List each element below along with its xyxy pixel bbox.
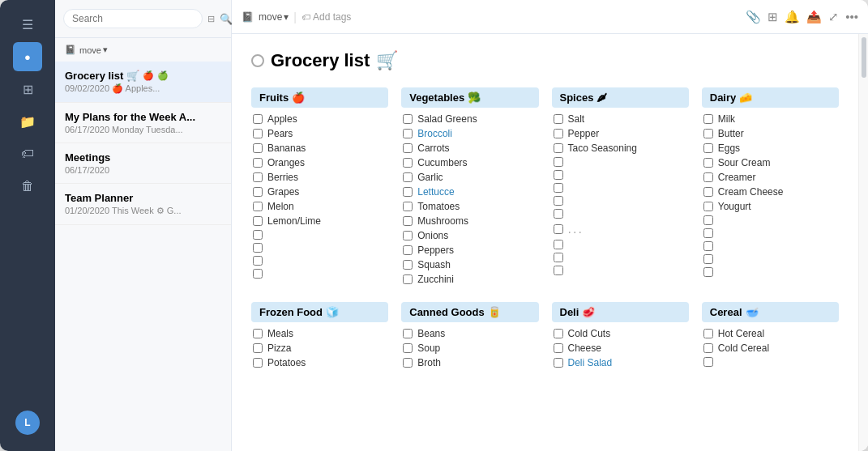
item-checkbox[interactable] — [703, 267, 713, 277]
item-checkbox[interactable] — [703, 228, 713, 238]
item-checkbox[interactable] — [403, 129, 413, 138]
sidebar-grid-icon[interactable]: ⊞ — [13, 74, 42, 104]
item-checkbox[interactable] — [253, 216, 263, 226]
avatar[interactable]: L — [15, 411, 40, 435]
notebook-dropdown[interactable]: move ▾ — [79, 45, 108, 55]
item-checkbox[interactable] — [403, 202, 413, 211]
grid-icon[interactable]: ⊞ — [768, 10, 778, 24]
item-checkbox[interactable] — [554, 129, 563, 138]
item-checkbox[interactable] — [703, 215, 713, 225]
item-checkbox[interactable] — [554, 170, 563, 180]
item-checkbox[interactable] — [703, 172, 713, 182]
item-label-link[interactable]: Broccoli — [417, 128, 452, 139]
item-checkbox[interactable] — [703, 357, 713, 367]
item-checkbox[interactable] — [703, 329, 713, 338]
category-emoji-fruits: 🍎 — [292, 91, 305, 104]
item-checkbox[interactable] — [253, 202, 263, 211]
item-label: Mushrooms — [417, 215, 468, 227]
item-checkbox[interactable] — [554, 343, 563, 353]
item-checkbox[interactable] — [554, 224, 563, 234]
item-label-link[interactable]: Lettucce — [417, 186, 454, 198]
item-checkbox[interactable] — [554, 329, 563, 338]
search-input[interactable] — [63, 9, 203, 28]
item-checkbox[interactable] — [253, 343, 263, 353]
item-checkbox[interactable] — [403, 143, 413, 153]
expand-icon[interactable]: ⤢ — [828, 10, 839, 24]
item-checkbox[interactable] — [403, 329, 413, 338]
item-checkbox[interactable] — [554, 358, 563, 368]
note-item-teamplanner[interactable]: Team Planner 01/20/2020 This Week ⚙ G... — [55, 184, 231, 225]
filter-icon[interactable]: ⊟ — [207, 14, 215, 24]
category-items-spices: Salt Pepper Taco Seasoning ... — [552, 113, 689, 276]
list-item — [251, 255, 388, 266]
sidebar-folder-icon[interactable]: 📁 — [13, 107, 42, 136]
item-checkbox[interactable] — [253, 129, 263, 138]
item-checkbox[interactable] — [703, 143, 713, 153]
item-checkbox[interactable] — [253, 243, 263, 253]
sidebar-home-icon[interactable]: ● — [13, 42, 42, 71]
scrollbar-thumb[interactable] — [862, 37, 866, 78]
item-checkbox[interactable] — [403, 187, 413, 197]
item-checkbox[interactable] — [703, 114, 713, 124]
item-checkbox[interactable] — [403, 114, 413, 124]
item-checkbox[interactable] — [554, 209, 563, 219]
item-checkbox[interactable] — [253, 358, 263, 368]
sidebar-trash-icon[interactable]: 🗑 — [13, 172, 42, 201]
item-checkbox[interactable] — [253, 329, 263, 338]
item-checkbox[interactable] — [253, 269, 263, 279]
item-label: Salt — [568, 113, 585, 125]
item-checkbox[interactable] — [403, 216, 413, 226]
item-checkbox[interactable] — [703, 343, 713, 353]
item-checkbox[interactable] — [253, 256, 263, 266]
item-checkbox[interactable] — [554, 196, 563, 206]
list-item: Squash — [401, 258, 538, 271]
search-icon[interactable]: 🔍 — [220, 13, 233, 25]
item-checkbox[interactable] — [253, 230, 263, 240]
scrollbar-track[interactable] — [858, 34, 868, 451]
note-item-grocery[interactable]: Grocery list 🛒 🍎 🍏 09/02/2020 🍎 Apples..… — [55, 62, 231, 103]
item-checkbox[interactable] — [703, 254, 713, 264]
item-checkbox[interactable] — [403, 274, 413, 284]
item-checkbox[interactable] — [253, 187, 263, 197]
item-checkbox[interactable] — [554, 183, 563, 193]
category-deli: Deli 🥩 Cold Cuts Cheese Deli Salad — [552, 302, 689, 369]
item-checkbox[interactable] — [403, 172, 413, 182]
list-item: Apples — [251, 113, 388, 126]
item-checkbox[interactable] — [403, 158, 413, 168]
item-checkbox[interactable] — [554, 143, 563, 153]
item-checkbox[interactable] — [554, 157, 563, 167]
breadcrumb-notebook[interactable]: move ▾ — [259, 11, 289, 23]
more-options-icon[interactable]: ••• — [845, 10, 858, 23]
item-checkbox[interactable] — [403, 343, 413, 353]
share-icon[interactable]: 📤 — [806, 10, 822, 24]
note-check-circle[interactable] — [251, 54, 264, 67]
item-checkbox[interactable] — [253, 143, 263, 153]
item-checkbox[interactable] — [253, 114, 263, 124]
item-checkbox[interactable] — [253, 158, 263, 168]
note-item-meetings[interactable]: Meetings 06/17/2020 — [55, 143, 231, 184]
item-checkbox[interactable] — [403, 260, 413, 270]
bell-icon[interactable]: 🔔 — [785, 10, 800, 24]
item-checkbox[interactable] — [403, 245, 413, 255]
item-checkbox[interactable] — [703, 158, 713, 168]
item-checkbox[interactable] — [403, 358, 413, 368]
item-checkbox[interactable] — [703, 241, 713, 251]
sidebar-tag-icon[interactable]: 🏷 — [13, 139, 42, 168]
item-checkbox[interactable] — [703, 129, 713, 138]
item-checkbox[interactable] — [403, 231, 413, 240]
item-checkbox[interactable] — [703, 187, 713, 197]
category-cereal: Cereal 🥣 Hot Cereal Cold Cereal — [702, 302, 839, 369]
item-checkbox[interactable] — [554, 114, 563, 124]
item-checkbox[interactable] — [554, 253, 563, 262]
item-checkbox[interactable] — [554, 266, 563, 275]
add-tags-button[interactable]: 🏷 Add tags — [301, 11, 351, 23]
item-checkbox[interactable] — [253, 172, 263, 182]
item-checkbox[interactable] — [703, 202, 713, 211]
item-label: Tomatoes — [417, 201, 460, 212]
note-icon-extra: 🍎 — [143, 70, 154, 81]
sidebar-menu-icon[interactable]: ☰ — [13, 10, 42, 39]
attach-icon[interactable]: 📎 — [746, 10, 761, 24]
item-label-link[interactable]: Deli Salad — [568, 357, 613, 368]
item-checkbox[interactable] — [554, 240, 563, 249]
note-item-myplans[interactable]: My Plans for the Week A... 06/17/2020 Mo… — [55, 103, 231, 143]
